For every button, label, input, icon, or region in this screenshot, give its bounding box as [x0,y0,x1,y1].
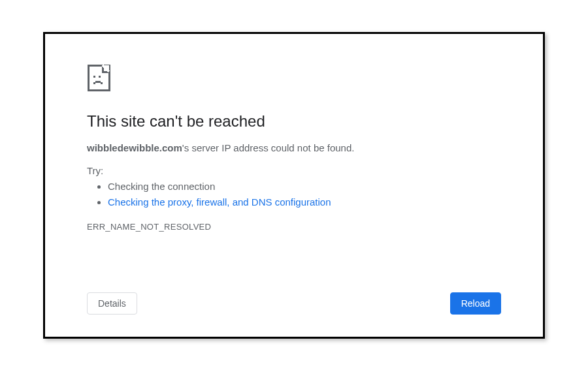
suggestions-list: Checking the connection Checking the pro… [87,179,501,210]
error-domain: wibbledewibble.com [87,142,182,153]
sad-page-icon [87,64,110,91]
svg-rect-3 [93,76,95,78]
error-heading: This site can't be reached [87,112,501,131]
button-row: Details Reload [87,292,501,315]
error-code: ERR_NAME_NOT_RESOLVED [87,222,501,232]
suggestion-check-connection: Checking the connection [108,179,501,194]
suggestion-check-proxy: Checking the proxy, firewall, and DNS co… [108,194,501,210]
svg-rect-7 [101,82,103,84]
svg-rect-5 [93,82,95,84]
details-button[interactable]: Details [87,292,137,315]
error-message-suffix: 's server IP address could not be found. [182,142,355,153]
try-label: Try: [87,165,501,176]
proxy-firewall-dns-link[interactable]: Checking the proxy, firewall, and DNS co… [108,196,331,208]
error-subtext: wibbledewibble.com's server IP address c… [87,142,501,153]
svg-rect-6 [95,81,101,83]
reload-button[interactable]: Reload [450,292,501,315]
svg-rect-4 [99,76,101,78]
error-page-frame: This site can't be reached wibbledewibbl… [43,32,545,339]
